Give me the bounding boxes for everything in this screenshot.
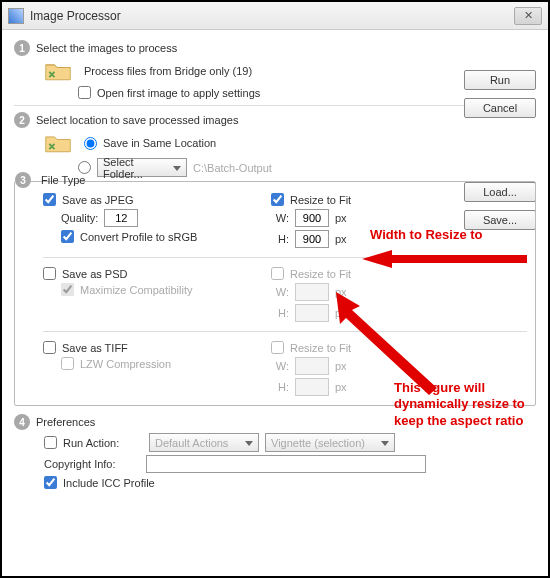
jpeg-height-input[interactable]: [295, 230, 329, 248]
action-select[interactable]: Vignette (selection): [265, 433, 395, 452]
step1-title: Select the images to process: [36, 42, 177, 54]
run-button[interactable]: Run: [464, 70, 536, 90]
jpeg-h-px: px: [335, 233, 347, 245]
jpeg-resize-checkbox[interactable]: [271, 193, 284, 206]
window-title: Image Processor: [30, 9, 121, 23]
psd-w-label: W:: [271, 286, 289, 298]
run-action-checkbox[interactable]: [44, 436, 57, 449]
step-badge-1: 1: [14, 40, 30, 56]
bridge-label: Process files from Bridge only (19): [84, 65, 252, 77]
icc-label: Include ICC Profile: [63, 477, 155, 489]
same-location-label: Save in Same Location: [103, 137, 216, 149]
step3-title: File Type: [41, 174, 85, 186]
save-jpeg-checkbox[interactable]: [43, 193, 56, 206]
step1-header: 1 Select the images to process: [14, 40, 536, 56]
step-badge-3: 3: [15, 172, 31, 188]
step4-header: 4 Preferences: [14, 414, 536, 430]
same-location-radio[interactable]: [84, 137, 97, 150]
tiff-resize-label: Resize to Fit: [290, 342, 351, 354]
lzw-checkbox: [61, 357, 74, 370]
save-psd-label: Save as PSD: [62, 268, 127, 280]
open-first-label: Open first image to apply settings: [97, 87, 260, 99]
filetype-group: 3 File Type Save as JPEG Quality: Conver…: [14, 181, 536, 406]
tiff-w-label: W:: [271, 360, 289, 372]
folder-path: C:\Batch-Output: [193, 162, 272, 174]
close-button[interactable]: ✕: [514, 7, 542, 25]
jpeg-w-label: W:: [271, 212, 289, 224]
action-set-select[interactable]: Default Actions: [149, 433, 259, 452]
tiff-resize-checkbox: [271, 341, 284, 354]
tiff-w-px: px: [335, 360, 347, 372]
jpeg-w-px: px: [335, 212, 347, 224]
lzw-label: LZW Compression: [80, 358, 171, 370]
psd-height-input: [295, 304, 329, 322]
step4-title: Preferences: [36, 416, 95, 428]
save-jpeg-label: Save as JPEG: [62, 194, 134, 206]
step-badge-2: 2: [14, 112, 30, 128]
select-folder-button[interactable]: Select Folder...: [97, 158, 187, 177]
quality-input[interactable]: [104, 209, 138, 227]
jpeg-resize-label: Resize to Fit: [290, 194, 351, 206]
psd-resize-checkbox: [271, 267, 284, 280]
srgb-label: Convert Profile to sRGB: [80, 231, 197, 243]
copyright-label: Copyright Info:: [44, 458, 140, 470]
titlebar: Image Processor ✕: [2, 2, 548, 30]
maxcomp-checkbox: [61, 283, 74, 296]
tiff-width-input: [295, 357, 329, 375]
step2-title: Select location to save processed images: [36, 114, 238, 126]
psd-h-px: px: [335, 307, 347, 319]
save-tiff-checkbox[interactable]: [43, 341, 56, 354]
folder-icon: [44, 59, 72, 83]
tiff-height-input: [295, 378, 329, 396]
psd-w-px: px: [335, 286, 347, 298]
step-badge-4: 4: [14, 414, 30, 430]
psd-resize-label: Resize to Fit: [290, 268, 351, 280]
copyright-input[interactable]: [146, 455, 426, 473]
step2-header: 2 Select location to save processed imag…: [14, 112, 536, 128]
srgb-checkbox[interactable]: [61, 230, 74, 243]
psd-width-input: [295, 283, 329, 301]
maxcomp-label: Maximize Compatibility: [80, 284, 192, 296]
icc-checkbox[interactable]: [44, 476, 57, 489]
folder-icon: [44, 131, 72, 155]
cancel-button[interactable]: Cancel: [464, 98, 536, 118]
save-psd-checkbox[interactable]: [43, 267, 56, 280]
quality-label: Quality:: [61, 212, 98, 224]
run-action-label: Run Action:: [63, 437, 143, 449]
save-tiff-label: Save as TIFF: [62, 342, 128, 354]
tiff-h-px: px: [335, 381, 347, 393]
psd-h-label: H:: [271, 307, 289, 319]
tiff-h-label: H:: [271, 381, 289, 393]
jpeg-h-label: H:: [271, 233, 289, 245]
app-icon: [8, 8, 24, 24]
jpeg-width-input[interactable]: [295, 209, 329, 227]
open-first-checkbox[interactable]: [78, 86, 91, 99]
